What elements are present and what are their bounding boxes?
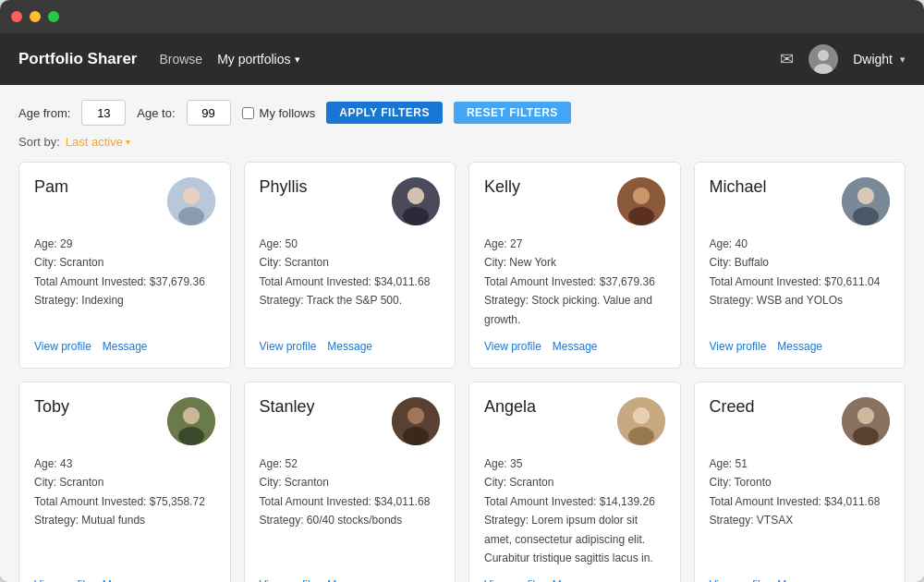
card-actions: View profile Message bbox=[710, 340, 891, 353]
card-strategy: Strategy: Indexing bbox=[34, 291, 215, 309]
card-header: Stanley bbox=[260, 397, 441, 445]
card-avatar bbox=[392, 397, 440, 445]
message-button[interactable]: Message bbox=[327, 578, 372, 582]
age-from-input[interactable] bbox=[81, 100, 126, 126]
card-strategy: Strategy: 60/40 stocks/bonds bbox=[260, 511, 441, 529]
card-amount: Total Amount Invested: $34,011.68 bbox=[710, 492, 891, 511]
view-profile-button[interactable]: View profile bbox=[710, 578, 767, 582]
svg-point-5 bbox=[178, 207, 204, 225]
card-age: Age: 52 bbox=[260, 455, 441, 473]
card-city: City: Scranton bbox=[484, 473, 665, 491]
card-name: Toby bbox=[34, 397, 69, 417]
card-info: Age: 40 City: Buffalo Total Amount Inves… bbox=[710, 235, 891, 329]
card-amount: Total Amount Invested: $37,679.36 bbox=[484, 273, 665, 291]
card-michael: Michael Age: 40 City: Buffalo Total Amou… bbox=[694, 162, 906, 369]
svg-point-34 bbox=[857, 407, 874, 424]
card-strategy: Strategy: Lorem ipsum dolor sit amet, co… bbox=[484, 511, 665, 567]
card-name: Creed bbox=[710, 397, 755, 417]
cards-grid: Pam Age: 29 City: Scranton Total Amount … bbox=[18, 162, 906, 582]
app-window: Portfolio Sharer Browse My portfolios ✉ … bbox=[0, 0, 924, 582]
message-button[interactable]: Message bbox=[777, 578, 822, 582]
card-toby: Toby Age: 43 City: Scranton Total Amount… bbox=[18, 382, 231, 582]
view-profile-button[interactable]: View profile bbox=[484, 578, 541, 582]
card-avatar bbox=[167, 177, 215, 225]
card-city: City: Scranton bbox=[34, 253, 215, 272]
maximize-button[interactable] bbox=[48, 11, 59, 22]
svg-point-13 bbox=[628, 207, 654, 225]
view-profile-button[interactable]: View profile bbox=[260, 340, 317, 353]
card-strategy: Strategy: VTSAX bbox=[710, 511, 891, 529]
card-amount: Total Amount Invested: $70,611.04 bbox=[710, 273, 891, 291]
sort-label: Sort by: bbox=[18, 135, 60, 149]
card-avatar bbox=[617, 177, 665, 225]
card-city: City: Buffalo bbox=[710, 253, 891, 272]
brand-logo: Portfolio Sharer bbox=[18, 50, 137, 68]
card-city: City: Scranton bbox=[260, 253, 441, 272]
message-button[interactable]: Message bbox=[553, 340, 598, 353]
reset-filters-button[interactable]: RESET FILTERS bbox=[454, 102, 571, 124]
card-avatar bbox=[842, 177, 890, 225]
my-follows-checkbox-label[interactable]: My follows bbox=[242, 106, 316, 120]
card-age: Age: 43 bbox=[34, 455, 215, 473]
avatar bbox=[808, 44, 838, 74]
svg-point-21 bbox=[178, 427, 204, 445]
view-profile-button[interactable]: View profile bbox=[34, 340, 91, 353]
my-follows-checkbox[interactable] bbox=[242, 107, 254, 119]
minimize-button[interactable] bbox=[30, 11, 41, 22]
card-amount: Total Amount Invested: $14,139.26 bbox=[484, 492, 665, 511]
card-actions: View profile Message bbox=[260, 578, 441, 582]
card-age: Age: 35 bbox=[484, 455, 665, 473]
view-profile-button[interactable]: View profile bbox=[484, 340, 541, 353]
message-button[interactable]: Message bbox=[777, 340, 822, 353]
card-header: Kelly bbox=[484, 177, 665, 225]
view-profile-button[interactable]: View profile bbox=[34, 578, 91, 582]
card-age: Age: 40 bbox=[710, 235, 891, 253]
card-name: Phyllis bbox=[260, 177, 308, 197]
card-age: Age: 51 bbox=[710, 455, 891, 473]
age-to-input[interactable] bbox=[187, 100, 231, 126]
card-info: Age: 43 City: Scranton Total Amount Inve… bbox=[34, 455, 215, 567]
age-to-label: Age to: bbox=[137, 106, 175, 120]
mail-icon[interactable]: ✉ bbox=[780, 49, 794, 69]
card-actions: View profile Message bbox=[34, 578, 215, 582]
card-info: Age: 35 City: Scranton Total Amount Inve… bbox=[484, 455, 665, 567]
card-info: Age: 51 City: Toronto Total Amount Inves… bbox=[710, 455, 891, 567]
message-button[interactable]: Message bbox=[553, 578, 598, 582]
card-amount: Total Amount Invested: $34,011.68 bbox=[260, 492, 441, 511]
view-profile-button[interactable]: View profile bbox=[260, 578, 317, 582]
svg-point-18 bbox=[857, 188, 874, 204]
card-avatar bbox=[392, 177, 440, 225]
message-button[interactable]: Message bbox=[327, 340, 372, 353]
card-stanley: Stanley Age: 52 City: Scranton Total Amo… bbox=[244, 382, 456, 582]
svg-point-14 bbox=[633, 188, 650, 204]
card-city: City: Scranton bbox=[34, 473, 215, 491]
svg-point-9 bbox=[403, 207, 429, 225]
svg-point-25 bbox=[403, 427, 429, 445]
user-menu[interactable]: Dwight bbox=[853, 52, 906, 67]
svg-point-22 bbox=[183, 407, 200, 424]
card-header: Phyllis bbox=[260, 177, 441, 225]
view-profile-button[interactable]: View profile bbox=[710, 340, 767, 353]
card-angela: Angela Age: 35 City: Scranton Total Amou… bbox=[468, 382, 681, 582]
sort-bar: Sort by: Last active bbox=[18, 135, 906, 149]
card-actions: View profile Message bbox=[260, 340, 441, 353]
card-name: Stanley bbox=[260, 397, 315, 417]
close-button[interactable] bbox=[11, 11, 22, 22]
nav-right: ✉ Dwight bbox=[780, 44, 906, 74]
message-button[interactable]: Message bbox=[103, 578, 148, 582]
sort-value-dropdown[interactable]: Last active bbox=[66, 135, 130, 149]
card-actions: View profile Message bbox=[484, 578, 665, 582]
card-age: Age: 29 bbox=[34, 235, 215, 253]
card-strategy: Strategy: WSB and YOLOs bbox=[710, 291, 891, 309]
my-portfolios-dropdown[interactable]: My portfolios bbox=[217, 52, 299, 67]
card-amount: Total Amount Invested: $34,011.68 bbox=[260, 273, 441, 291]
card-info: Age: 52 City: Scranton Total Amount Inve… bbox=[260, 455, 441, 567]
svg-point-6 bbox=[183, 188, 200, 204]
browse-link[interactable]: Browse bbox=[159, 52, 202, 67]
apply-filters-button[interactable]: APPLY FILTERS bbox=[326, 102, 443, 124]
card-strategy: Strategy: Mutual funds bbox=[34, 511, 215, 529]
message-button[interactable]: Message bbox=[103, 340, 148, 353]
card-actions: View profile Message bbox=[484, 340, 665, 353]
card-age: Age: 50 bbox=[260, 235, 441, 253]
card-phyllis: Phyllis Age: 50 City: Scranton Total Amo… bbox=[244, 162, 456, 369]
